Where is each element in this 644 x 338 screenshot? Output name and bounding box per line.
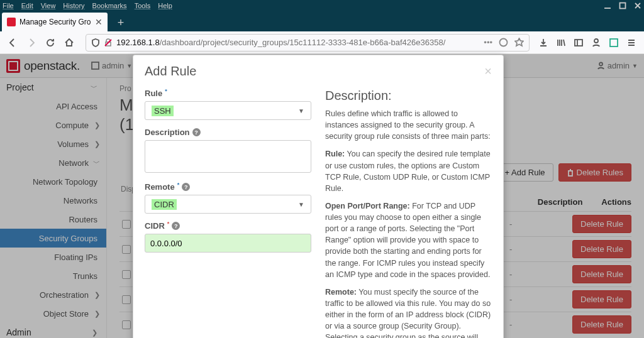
help-icon[interactable]: ?: [182, 183, 190, 191]
svg-rect-5: [610, 39, 618, 46]
sidebar-icon[interactable]: [574, 38, 584, 48]
modal-header: Add Rule ×: [133, 55, 503, 86]
cidr-input[interactable]: [145, 234, 311, 253]
toolbar-right: [538, 38, 639, 48]
menu-edit[interactable]: Edit: [21, 2, 33, 9]
rule-select[interactable]: SSH▼: [145, 101, 311, 120]
library-icon[interactable]: [556, 38, 566, 48]
browser-tabbar: Manage Security Group Rules ✕ +: [0, 11, 644, 31]
modal-form: Rule* SSH▼ Description? Remote*? CIDR▼ C…: [145, 89, 311, 338]
app-menu-icon[interactable]: [626, 38, 636, 48]
new-tab-button[interactable]: +: [111, 14, 130, 31]
help-icon[interactable]: ?: [172, 222, 180, 230]
svg-rect-3: [575, 40, 582, 46]
window-controls: [604, 2, 641, 9]
nav-reload-button[interactable]: [43, 35, 58, 50]
modal-close-icon[interactable]: ×: [484, 64, 492, 79]
svg-rect-0: [620, 3, 626, 9]
downloads-icon[interactable]: [538, 38, 548, 48]
menu-help[interactable]: Help: [158, 2, 172, 9]
cidr-label: CIDR*?: [145, 221, 311, 231]
browser-toolbar: 192.168.1.8/dashboard/project/security_g…: [0, 31, 644, 54]
description-label: Description?: [145, 128, 311, 137]
shield-icon: [91, 38, 100, 47]
bookmark-star-icon[interactable]: [514, 38, 524, 47]
modal-description: Description: Rules define which traffic …: [325, 89, 492, 338]
add-rule-modal: Add Rule × Rule* SSH▼ Description? Remot…: [133, 55, 504, 338]
menu-bookmarks[interactable]: Bookmarks: [92, 2, 127, 9]
url-bar[interactable]: 192.168.1.8/dashboard/project/security_g…: [86, 34, 530, 52]
extension-icon[interactable]: [609, 38, 619, 48]
menu-file[interactable]: File: [3, 2, 14, 9]
desc-para: Rule: You can specify the desired rule t…: [325, 148, 492, 194]
remote-select[interactable]: CIDR▼: [145, 195, 311, 214]
url-text: 192.168.1.8/dashboard/project/security_g…: [116, 38, 480, 47]
tab-favicon: [7, 18, 16, 26]
url-actions: •••: [484, 38, 524, 47]
nav-back-button[interactable]: [5, 35, 20, 50]
window-maximize-icon[interactable]: [619, 2, 626, 9]
help-icon[interactable]: ?: [192, 128, 201, 136]
window-close-icon[interactable]: [634, 2, 641, 9]
desc-para: Rules define which traffic is allowed to…: [325, 108, 492, 142]
desc-heading: Description:: [325, 89, 492, 103]
menu-view[interactable]: View: [41, 2, 56, 9]
reader-icon[interactable]: [499, 38, 508, 47]
tab-close-icon[interactable]: ✕: [95, 17, 103, 27]
lock-insecure-icon: [104, 38, 113, 47]
menu-history[interactable]: History: [63, 2, 84, 9]
svg-point-4: [594, 39, 598, 43]
description-input[interactable]: [145, 140, 311, 173]
browser-tab[interactable]: Manage Security Group Rules ✕: [2, 13, 108, 31]
tab-title: Manage Security Group Rules: [19, 18, 91, 26]
nav-home-button[interactable]: [62, 35, 77, 50]
account-icon[interactable]: [591, 38, 601, 48]
browser-menubar: File Edit View History Bookmarks Tools H…: [0, 0, 644, 11]
modal-body: Rule* SSH▼ Description? Remote*? CIDR▼ C…: [133, 86, 503, 338]
desc-para: Open Port/Port Range: For TCP and UDP ru…: [325, 200, 492, 280]
window-minimize-icon[interactable]: [604, 2, 611, 9]
remote-label: Remote*?: [145, 182, 311, 192]
rule-label: Rule*: [145, 89, 311, 98]
menu-tools[interactable]: Tools: [135, 2, 151, 9]
svg-point-2: [500, 39, 508, 46]
nav-forward-button[interactable]: [24, 35, 39, 50]
url-more-icon[interactable]: •••: [484, 38, 492, 47]
desc-para: Remote: You must specify the source of t…: [325, 286, 492, 338]
modal-title: Add Rule: [145, 64, 196, 79]
